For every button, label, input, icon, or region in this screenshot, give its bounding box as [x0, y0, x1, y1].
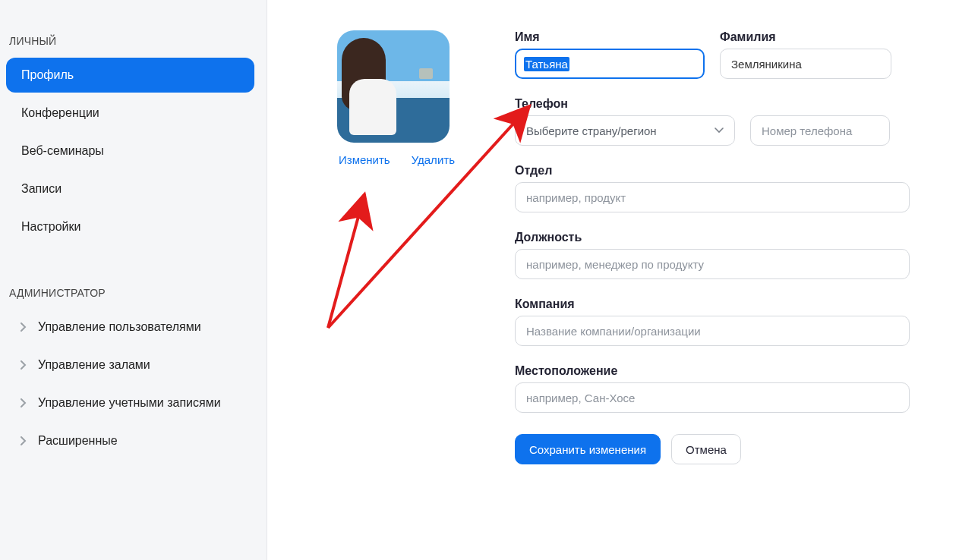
last-name-input[interactable]	[720, 49, 891, 79]
chevron-right-icon	[17, 436, 30, 445]
first-name-input[interactable]: Татьяна	[515, 49, 705, 79]
chevron-right-icon	[17, 398, 30, 407]
phone-country-placeholder: Выберите страну/регион	[526, 124, 657, 137]
sidebar-item-label: Конференции	[21, 106, 99, 120]
last-name-label: Фамилия	[720, 30, 910, 44]
location-input[interactable]	[515, 382, 910, 413]
sidebar-item-label: Управление пользователями	[38, 320, 201, 334]
sidebar-item-admin-rooms[interactable]: Управление залами	[6, 348, 254, 382]
location-label: Местоположение	[515, 364, 910, 378]
phone-country-select[interactable]: Выберите страну/регион	[515, 115, 735, 146]
sidebar-item-admin-users[interactable]: Управление пользователями	[6, 310, 254, 344]
sidebar-item-admin-accounts[interactable]: Управление учетными записями	[6, 385, 254, 420]
sidebar-item-label: Веб-семинары	[21, 144, 104, 158]
cancel-button[interactable]: Отмена	[671, 434, 741, 464]
sidebar-item-settings[interactable]: Настройки	[6, 209, 254, 244]
sidebar-item-admin-advanced[interactable]: Расширенные	[6, 423, 254, 458]
job-title-input[interactable]	[515, 249, 910, 279]
sidebar-section-personal: ЛИЧНЫЙ	[6, 29, 254, 58]
main-content: Изменить Удалить Имя Татьяна Фамилия	[267, 0, 959, 560]
avatar-delete-link[interactable]: Удалить	[412, 153, 455, 166]
sidebar: ЛИЧНЫЙ Профиль Конференции Веб-семинары …	[0, 0, 267, 560]
chevron-right-icon	[17, 360, 30, 370]
sidebar-item-webinars[interactable]: Веб-семинары	[6, 134, 254, 168]
department-label: Отдел	[515, 164, 910, 178]
sidebar-item-meetings[interactable]: Конференции	[6, 96, 254, 131]
phone-label: Телефон	[515, 97, 910, 111]
avatar-image	[337, 30, 450, 143]
avatar-change-link[interactable]: Изменить	[339, 153, 390, 166]
phone-number-input[interactable]: Номер телефона	[750, 115, 890, 146]
job-title-label: Должность	[515, 231, 910, 244]
sidebar-item-label: Записи	[21, 182, 62, 196]
sidebar-item-label: Управление учетными записями	[38, 396, 221, 410]
sidebar-section-admin: АДМИНИСТРАТОР	[6, 281, 254, 310]
sidebar-item-label: Управление залами	[38, 358, 150, 372]
company-label: Компания	[515, 297, 910, 311]
sidebar-item-profile[interactable]: Профиль	[6, 58, 254, 93]
save-button[interactable]: Сохранить изменения	[515, 434, 661, 464]
first-name-label: Имя	[515, 30, 705, 44]
profile-form: Имя Татьяна Фамилия Телефон Выберит	[515, 30, 910, 464]
sidebar-item-recordings[interactable]: Записи	[6, 171, 254, 206]
company-input[interactable]	[515, 316, 910, 346]
department-input[interactable]	[515, 182, 910, 212]
sidebar-item-label: Расширенные	[38, 434, 118, 448]
sidebar-item-label: Настройки	[21, 220, 80, 234]
avatar-column: Изменить Удалить	[307, 30, 481, 464]
sidebar-item-label: Профиль	[21, 68, 74, 82]
chevron-right-icon	[17, 322, 30, 332]
chevron-down-icon	[715, 125, 724, 136]
